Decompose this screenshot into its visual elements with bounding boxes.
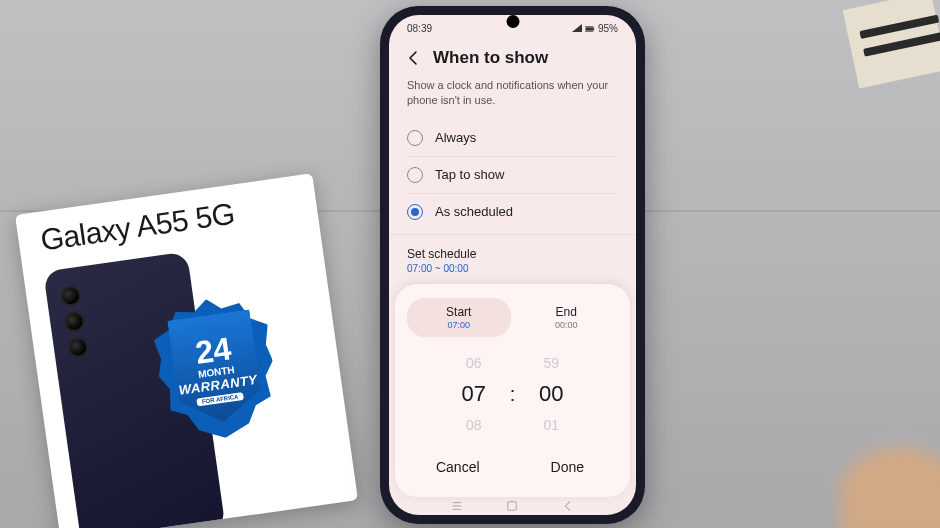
option-label: As scheduled	[435, 204, 513, 219]
wheel-prev: 59	[521, 351, 581, 375]
radio-group: Always Tap to show As scheduled	[389, 120, 636, 230]
hour-wheel[interactable]: 06 07 08	[444, 351, 504, 437]
battery-percent: 95%	[598, 23, 618, 34]
wheel-current: 00	[521, 375, 581, 413]
schedule-range: 07:00 ~ 00:00	[407, 263, 618, 274]
chevron-left-icon	[405, 49, 423, 67]
svg-rect-1	[593, 27, 594, 30]
camera-lens-icon	[63, 310, 86, 333]
time-tabs: Start 07:00 End 00:00	[403, 294, 622, 341]
radio-icon	[407, 130, 423, 146]
battery-icon	[585, 24, 595, 34]
radio-icon	[407, 167, 423, 183]
nav-back-icon[interactable]	[561, 499, 575, 513]
option-tap-to-show[interactable]: Tap to show	[407, 156, 618, 193]
nav-home-icon[interactable]	[505, 499, 519, 513]
done-button[interactable]: Done	[513, 451, 623, 483]
back-button[interactable]	[405, 49, 423, 67]
camera-lens-icon	[60, 285, 83, 308]
tab-label: End	[519, 305, 615, 319]
svg-rect-2	[586, 27, 593, 30]
option-always[interactable]: Always	[407, 120, 618, 156]
badge-number: 24	[193, 332, 233, 369]
nav-recents-icon[interactable]	[450, 499, 464, 513]
option-as-scheduled[interactable]: As scheduled	[407, 193, 618, 230]
tab-time: 00:00	[519, 320, 615, 330]
status-time: 08:39	[407, 23, 432, 34]
svg-rect-6	[508, 502, 517, 511]
phone-device: 08:39 95% When to show Show a clock and …	[380, 6, 645, 524]
wheel-prev: 06	[444, 351, 504, 375]
option-label: Tap to show	[435, 167, 504, 182]
signal-icon	[572, 24, 582, 34]
time-wheels: 06 07 08 : 59 00 01	[403, 341, 622, 443]
tab-time: 07:00	[411, 320, 507, 330]
status-right: 95%	[572, 23, 618, 34]
radio-icon-selected	[407, 204, 423, 220]
tab-start[interactable]: Start 07:00	[407, 298, 511, 337]
page-header: When to show	[389, 38, 636, 74]
wheel-next: 01	[521, 413, 581, 437]
wheel-next: 08	[444, 413, 504, 437]
phone-screen: 08:39 95% When to show Show a clock and …	[389, 15, 636, 515]
wheel-current: 07	[444, 375, 504, 413]
schedule-section[interactable]: Set schedule 07:00 ~ 00:00	[389, 234, 636, 280]
description-text: Show a clock and notifications when your…	[389, 74, 636, 120]
camera-notch	[506, 15, 519, 28]
schedule-title: Set schedule	[407, 247, 618, 261]
option-label: Always	[435, 130, 476, 145]
tab-end[interactable]: End 00:00	[515, 298, 619, 337]
page-title: When to show	[433, 48, 548, 68]
sheet-buttons: Cancel Done	[403, 443, 622, 487]
cancel-button[interactable]: Cancel	[403, 451, 513, 483]
minute-wheel[interactable]: 59 00 01	[521, 351, 581, 437]
warranty-badge: 24 MONTH WARRANTY FOR AFRICA	[149, 291, 282, 446]
product-box: Galaxy A55 5G 24 MONTH WARRANTY FOR AFRI…	[15, 173, 358, 528]
nav-bar	[389, 497, 636, 515]
time-picker-sheet: Start 07:00 End 00:00 06 07 08 : 59 0	[395, 284, 630, 497]
tab-label: Start	[411, 305, 507, 319]
time-separator: :	[504, 383, 522, 406]
camera-cluster	[60, 285, 91, 365]
camera-lens-icon	[67, 336, 90, 359]
